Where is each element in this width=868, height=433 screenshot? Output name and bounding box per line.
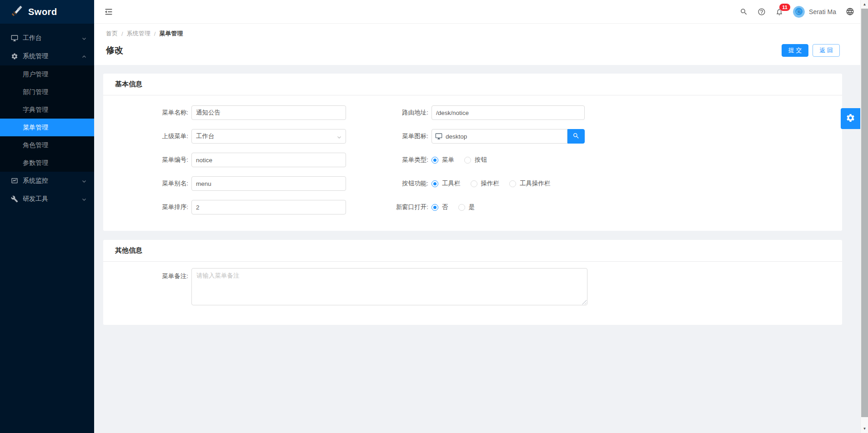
sidebar-item-role-mgmt[interactable]: 角色管理 — [0, 136, 94, 154]
menu-type-label: 菜单类型: — [346, 153, 431, 167]
radio-no[interactable]: 否 — [431, 203, 448, 211]
menu-name-label: 菜单名称: — [103, 105, 191, 120]
menu-icon-label: 菜单图标: — [346, 129, 431, 144]
gear-icon — [846, 113, 855, 124]
sub-item-label: 菜单管理 — [23, 124, 48, 132]
icon-search-button[interactable] — [567, 129, 585, 144]
scroll-up-arrow[interactable]: ▲ — [861, 0, 868, 8]
radio-label: 是 — [469, 203, 475, 211]
menu-sort-label: 菜单排序: — [103, 200, 191, 214]
basic-info-card: 基本信息 菜单名称: 路由地址: 上级菜单: — [103, 74, 842, 231]
chevron-up-icon — [81, 54, 87, 59]
app-title: Sword — [28, 7, 57, 17]
sub-item-label: 字典管理 — [23, 106, 48, 114]
radio-icon — [458, 204, 465, 211]
other-info-card: 其他信息 菜单备注: — [103, 240, 842, 325]
scrollbar-thumb[interactable] — [861, 9, 868, 417]
menu-alias-input[interactable] — [191, 176, 346, 191]
menu-remark-label: 菜单备注: — [103, 268, 191, 281]
sidebar-item-menu-mgmt[interactable]: 菜单管理 — [0, 119, 94, 136]
notifications-button[interactable]: 11 — [775, 8, 783, 16]
breadcrumb-menu-mgmt: 菜单管理 — [159, 30, 183, 38]
breadcrumb: 首页 / 系统管理 / 菜单管理 — [106, 30, 840, 38]
card-title-other-info: 其他信息 — [115, 246, 142, 255]
help-icon[interactable] — [758, 8, 766, 16]
sidebar-item-label: 工作台 — [23, 34, 81, 42]
sidebar-item-param-mgmt[interactable]: 参数管理 — [0, 154, 94, 172]
user-name[interactable]: Serati Ma — [809, 8, 836, 15]
route-path-input[interactable] — [431, 105, 585, 120]
sidebar-item-label: 研发工具 — [23, 195, 81, 203]
menu-code-input[interactable] — [191, 153, 346, 167]
chevron-down-icon — [81, 35, 87, 41]
radio-button[interactable]: 按钮 — [464, 156, 487, 164]
sidebar-item-label: 系统监控 — [23, 177, 81, 185]
menu-icon-field — [431, 129, 585, 144]
notification-badge: 11 — [779, 3, 791, 11]
menu-sort-input[interactable] — [191, 200, 346, 214]
radio-icon — [471, 180, 477, 187]
sub-item-label: 用户管理 — [23, 70, 48, 79]
gear-icon — [11, 53, 18, 60]
desktop-icon — [11, 35, 18, 42]
menu-fold-icon[interactable] — [104, 7, 114, 17]
sidebar-nav: 工作台 系统管理 用户管理 部门管理 字典管理 菜单管理 角色管理 — [0, 24, 94, 208]
submit-button[interactable]: 提 交 — [782, 44, 809, 57]
radio-yes[interactable]: 是 — [458, 203, 475, 211]
new-window-radio-group: 否 是 — [431, 200, 485, 214]
avatar[interactable] — [793, 6, 805, 18]
radio-icon — [509, 180, 516, 187]
page-header: 首页 / 系统管理 / 菜单管理 修改 提 交 返 回 — [94, 24, 868, 65]
sidebar-item-system-monitor[interactable]: 系统监控 — [0, 172, 94, 190]
sub-item-label: 参数管理 — [23, 159, 48, 167]
button-func-label: 按钮功能: — [346, 176, 431, 191]
parent-menu-select[interactable] — [191, 129, 346, 144]
sidebar-item-label: 系统管理 — [23, 52, 81, 60]
radio-tool-action-bar[interactable]: 工具操作栏 — [509, 179, 551, 188]
menu-type-radio-group: 菜单 按钮 — [431, 153, 497, 167]
chevron-down-icon — [81, 178, 87, 184]
button-func-radio-group: 工具栏 操作栏 工具操作栏 — [431, 176, 561, 191]
breadcrumb-system-mgmt[interactable]: 系统管理 — [127, 30, 151, 38]
radio-toolbar[interactable]: 工具栏 — [431, 179, 461, 188]
breadcrumb-separator: / — [154, 30, 156, 37]
sidebar-item-user-mgmt[interactable]: 用户管理 — [0, 65, 94, 83]
globe-icon[interactable] — [846, 7, 854, 16]
menu-icon-input[interactable] — [431, 129, 567, 144]
radio-label: 操作栏 — [481, 179, 500, 188]
sidebar-item-dict-mgmt[interactable]: 字典管理 — [0, 101, 94, 119]
wrench-icon — [11, 195, 18, 203]
sidebar-item-dev-tools[interactable]: 研发工具 — [0, 190, 94, 208]
sidebar-item-workbench[interactable]: 工作台 — [0, 29, 94, 47]
menu-name-input[interactable] — [191, 105, 346, 120]
parent-menu-select-value[interactable] — [191, 129, 346, 144]
search-icon[interactable] — [740, 8, 748, 16]
breadcrumb-home[interactable]: 首页 — [106, 30, 118, 38]
radio-icon — [431, 180, 438, 187]
chevron-down-icon — [81, 196, 87, 202]
radio-action-bar[interactable]: 操作栏 — [471, 179, 500, 188]
sub-item-label: 角色管理 — [23, 141, 48, 149]
card-title-basic-info: 基本信息 — [115, 80, 142, 89]
menu-alias-label: 菜单别名: — [103, 176, 191, 191]
back-button[interactable]: 返 回 — [813, 44, 840, 57]
radio-icon — [431, 157, 438, 164]
topbar-actions: 11 Serati Ma — [740, 6, 854, 18]
radio-label: 菜单 — [442, 156, 454, 164]
sidebar-item-dept-mgmt[interactable]: 部门管理 — [0, 83, 94, 101]
monitor-chart-icon — [11, 177, 18, 184]
radio-icon — [431, 204, 438, 211]
app-logo[interactable]: Sword — [0, 0, 94, 24]
radio-label: 否 — [442, 203, 448, 211]
menu-remark-textarea[interactable] — [191, 268, 587, 305]
radio-menu[interactable]: 菜单 — [431, 156, 454, 164]
theme-settings-button[interactable] — [841, 108, 860, 129]
vertical-scrollbar[interactable]: ▲ ▼ — [860, 0, 868, 433]
main-area: 11 Serati Ma 首页 / 系统管理 / 菜单管理 修改 — [94, 0, 868, 433]
menu-remark-field — [191, 268, 587, 305]
sword-logo-icon — [11, 5, 23, 19]
breadcrumb-separator: / — [121, 30, 123, 37]
sidebar-item-system-mgmt[interactable]: 系统管理 — [0, 47, 94, 65]
sidebar: Sword 工作台 系统管理 — [0, 0, 94, 433]
scroll-down-arrow[interactable]: ▼ — [861, 425, 868, 433]
